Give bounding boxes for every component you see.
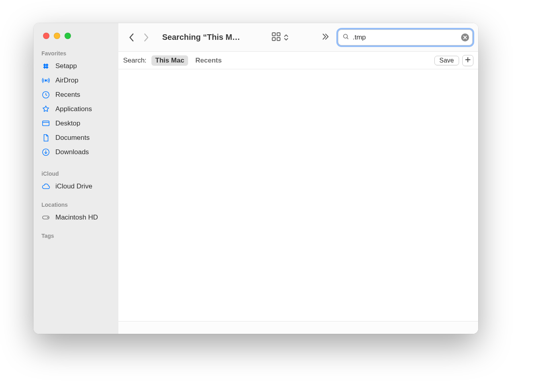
- x-icon: [463, 34, 467, 41]
- search-field[interactable]: [338, 29, 473, 45]
- add-search-criteria-button[interactable]: [462, 55, 473, 66]
- results-area: [118, 69, 478, 321]
- sidebar-item-label: Macintosh HD: [55, 214, 98, 221]
- save-search-button[interactable]: Save: [434, 56, 459, 65]
- sidebar-section-tags: Tags: [33, 225, 118, 241]
- svg-line-16: [347, 37, 348, 39]
- sidebar-item-downloads[interactable]: Downloads: [37, 145, 115, 159]
- toolbar: Searching “This M…: [118, 23, 478, 52]
- search-input[interactable]: [349, 33, 461, 41]
- disk-icon: [41, 213, 50, 222]
- svg-rect-3: [45, 66, 49, 69]
- sidebar-item-label: Documents: [55, 134, 90, 142]
- svg-rect-12: [277, 33, 280, 36]
- toolbar-overflow-button[interactable]: [293, 32, 332, 43]
- svg-rect-14: [277, 37, 280, 41]
- scope-recents[interactable]: Recents: [192, 55, 225, 66]
- sidebar-favorites-list: Setapp AirDrop Recents Applications: [33, 59, 118, 159]
- setapp-icon: [41, 62, 50, 71]
- sidebar-item-icloud-drive[interactable]: iCloud Drive: [37, 179, 115, 194]
- sidebar-item-setapp[interactable]: Setapp: [37, 59, 115, 73]
- sidebar-item-label: Recents: [55, 91, 80, 99]
- desktop-icon: [41, 119, 50, 128]
- sidebar-item-label: Setapp: [55, 62, 77, 70]
- plus-icon: [465, 57, 471, 64]
- clock-icon: [41, 90, 50, 99]
- sidebar-locations-list: Macintosh HD: [33, 210, 118, 225]
- back-button[interactable]: [126, 31, 137, 43]
- search-icon: [342, 33, 349, 42]
- svg-point-15: [344, 34, 347, 38]
- svg-rect-11: [272, 33, 275, 36]
- window-controls: [33, 23, 118, 45]
- sidebar-item-airdrop[interactable]: AirDrop: [37, 73, 115, 88]
- status-bar: [118, 321, 478, 334]
- document-icon: [41, 133, 50, 142]
- sidebar: Favorites Setapp AirDrop Recents: [33, 23, 118, 334]
- sidebar-item-documents[interactable]: Documents: [37, 131, 115, 145]
- main-pane: Searching “This M…: [118, 23, 478, 334]
- sidebar-item-label: iCloud Drive: [55, 182, 92, 190]
- sidebar-section-locations: Locations: [33, 194, 118, 210]
- sidebar-item-desktop[interactable]: Desktop: [37, 116, 115, 131]
- svg-point-4: [45, 80, 47, 81]
- scope-this-mac[interactable]: This Mac: [151, 55, 188, 66]
- svg-rect-6: [43, 121, 49, 126]
- view-mode-button[interactable]: [271, 31, 290, 43]
- window-title: Searching “This M…: [155, 33, 240, 42]
- sidebar-item-label: Downloads: [55, 148, 89, 156]
- sidebar-section-icloud: iCloud: [33, 159, 118, 179]
- sidebar-item-recents[interactable]: Recents: [37, 88, 115, 102]
- clear-search-button[interactable]: [461, 33, 469, 41]
- minimize-window-button[interactable]: [54, 33, 60, 39]
- airdrop-icon: [41, 76, 50, 85]
- svg-rect-2: [43, 63, 46, 67]
- chevron-double-right-icon: [321, 35, 330, 42]
- sidebar-icloud-list: iCloud Drive: [33, 179, 118, 194]
- forward-button[interactable]: [140, 31, 152, 43]
- icon-grid-icon: [271, 31, 281, 43]
- svg-rect-13: [272, 37, 275, 41]
- chevron-up-down-icon: [284, 34, 289, 41]
- applications-icon: [41, 105, 50, 114]
- search-scope-label: Search:: [123, 57, 147, 65]
- search-scope-bar: Search: This Mac Recents Save: [118, 52, 478, 69]
- cloud-icon: [41, 182, 50, 191]
- sidebar-item-macintosh-hd[interactable]: Macintosh HD: [37, 210, 115, 225]
- fullscreen-window-button[interactable]: [65, 33, 71, 39]
- sidebar-item-label: AirDrop: [55, 76, 79, 84]
- sidebar-item-applications[interactable]: Applications: [37, 102, 115, 116]
- sidebar-item-label: Desktop: [55, 120, 80, 127]
- close-window-button[interactable]: [43, 33, 49, 39]
- nav-buttons: [122, 31, 152, 43]
- finder-window: Favorites Setapp AirDrop Recents: [33, 23, 478, 334]
- svg-point-10: [47, 217, 48, 218]
- sidebar-item-label: Applications: [55, 105, 92, 113]
- download-icon: [41, 148, 50, 157]
- sidebar-section-favorites: Favorites: [33, 45, 118, 59]
